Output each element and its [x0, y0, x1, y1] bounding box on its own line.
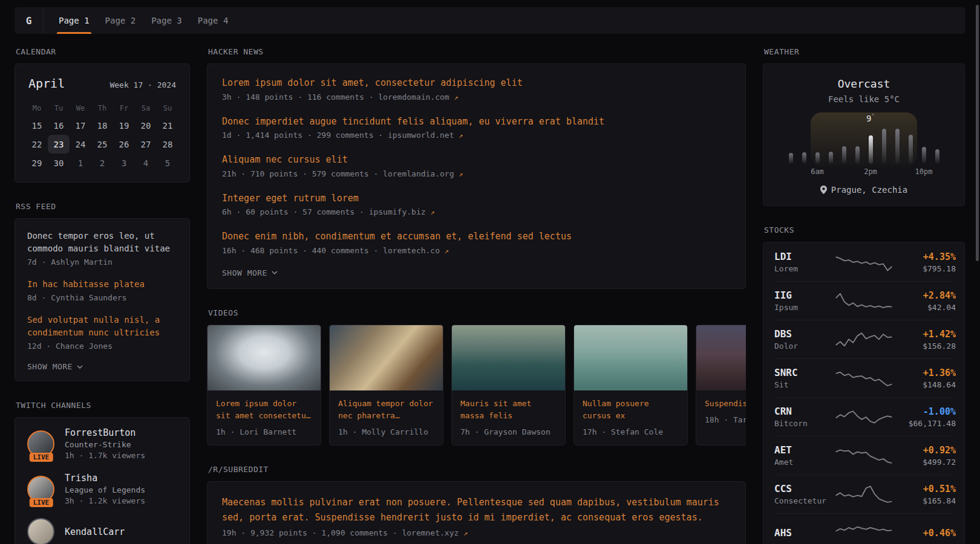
hackernews-show-more-button[interactable]: SHOW MORE [222, 268, 731, 277]
calendar-day[interactable]: 30 [48, 154, 70, 172]
stock-symbol[interactable]: SNRC [774, 367, 835, 378]
rss-item[interactable]: Sed volutpat nulla nisl, a condimentum n… [27, 314, 177, 351]
stock-row[interactable]: SNRCSit+1.36%$148.64 [774, 358, 953, 397]
twitch-channel-name[interactable]: ForrestBurton [65, 427, 145, 438]
hackernews-item-title[interactable]: Integer eget rutrum lorem [222, 192, 731, 206]
stock-symbol[interactable]: AHS [774, 527, 835, 539]
video-thumbnail[interactable] [696, 325, 746, 390]
external-link-icon[interactable]: ↗ [463, 529, 468, 537]
twitch-section: TWITCH CHANNELS LIVEForrestBurtonCounter… [15, 401, 190, 544]
hackernews-item-title[interactable]: Lorem ipsum dolor sit amet, consectetur … [222, 76, 731, 90]
video-title[interactable]: Mauris sit amet massa felis [460, 398, 557, 422]
twitch-channel-name[interactable]: KendallCarr [65, 526, 125, 537]
video-thumbnail[interactable] [207, 325, 321, 390]
hackernews-item[interactable]: Donec enim nibh, condimentum et accumsan… [222, 230, 731, 255]
scrollbar-thumb[interactable] [976, 5, 979, 261]
video-title[interactable]: Nullam posuere cursus ex [583, 398, 679, 422]
hackernews-item[interactable]: Aliquam nec cursus elit21h · 710 points … [222, 153, 731, 178]
hackernews-item[interactable]: Lorem ipsum dolor sit amet, consectetur … [222, 76, 731, 102]
video-thumbnail[interactable] [574, 325, 687, 390]
stock-row[interactable]: CRNBitcorn-1.00%$66,171.48 [774, 397, 953, 436]
video-title[interactable]: Aliquam tempor dolor nec pharetra… [338, 398, 434, 422]
stock-symbol[interactable]: AET [774, 444, 835, 456]
app-logo[interactable]: G [15, 7, 44, 34]
subreddit-post[interactable]: Maecenas mollis pulvinar erat non posuer… [222, 495, 731, 537]
calendar-day[interactable]: 26 [113, 135, 135, 154]
calendar-day[interactable]: 3 [113, 154, 135, 172]
calendar-day[interactable]: 19 [113, 116, 135, 135]
stock-symbol[interactable]: CRN [774, 406, 835, 417]
calendar-day[interactable]: 4 [135, 154, 157, 172]
rss-item[interactable]: In hac habitasse platea8d · Cynthia Saun… [27, 278, 177, 302]
twitch-channel-row[interactable]: KendallCarr [27, 518, 177, 544]
stock-values: +1.36%$148.64 [893, 368, 956, 389]
twitch-channel-row[interactable]: LIVEForrestBurtonCounter-Strike1h · 1.7k… [27, 427, 177, 460]
calendar-day[interactable]: 22 [26, 135, 48, 154]
stock-row[interactable]: AETAmet+0.92%$499.72 [774, 436, 953, 474]
rss-item[interactable]: Donec tempor eros leo, ut commodo mauris… [27, 230, 177, 267]
calendar-day[interactable]: 15 [26, 116, 48, 135]
stock-symbol[interactable]: LDI [774, 251, 835, 262]
nav-tab-page-4[interactable]: Page 4 [190, 7, 237, 34]
stock-values: +2.84%$42.04 [893, 290, 956, 312]
calendar-day[interactable]: 25 [91, 135, 113, 154]
twitch-channel-info: TrishaLeague of Legends3h · 1.2k viewers [65, 473, 145, 505]
calendar-day[interactable]: 2 [91, 154, 113, 172]
stock-row[interactable]: LDILorem+4.35%$795.18 [774, 243, 953, 281]
weather-section-title: WEATHER [764, 47, 965, 56]
calendar-day[interactable]: 28 [157, 135, 178, 154]
calendar-day[interactable]: 20 [135, 116, 157, 135]
rss-item-title[interactable]: Sed volutpat nulla nisl, a condimentum n… [27, 314, 177, 339]
external-link-icon[interactable]: ↗ [445, 247, 449, 255]
calendar-day[interactable]: 16 [48, 116, 70, 135]
rss-item-title[interactable]: In hac habitasse platea [27, 278, 177, 291]
twitch-channel-meta: 1h · 1.7k viewers [65, 451, 145, 460]
video-card[interactable]: Suspendisse diam18h · Tara [696, 325, 746, 445]
hackernews-item-title[interactable]: Donec imperdiet augue tincidunt felis al… [222, 115, 731, 129]
calendar-day[interactable]: 17 [70, 116, 91, 135]
stock-symbol[interactable]: CCS [774, 483, 835, 494]
nav-tab-page-3[interactable]: Page 3 [143, 7, 190, 34]
rss-show-more-button[interactable]: SHOW MORE [27, 362, 177, 371]
external-link-icon[interactable]: ↗ [459, 131, 463, 140]
nav-tab-page-1[interactable]: Page 1 [51, 7, 97, 34]
calendar-day[interactable]: 24 [70, 135, 91, 154]
stock-row[interactable]: IIGIpsum+2.84%$42.04 [774, 281, 953, 320]
nav-tab-page-2[interactable]: Page 2 [97, 7, 144, 34]
stock-row[interactable]: AHS+0.46% [774, 513, 953, 544]
video-card[interactable]: Mauris sit amet massa felis7h · Grayson … [451, 325, 566, 445]
video-thumbnail[interactable] [452, 325, 565, 390]
video-title[interactable]: Lorem ipsum dolor sit amet consectetu… [216, 398, 312, 422]
calendar-day[interactable]: 18 [91, 116, 113, 135]
scrollbar-track[interactable] [975, 0, 979, 544]
hackernews-item-title[interactable]: Aliquam nec cursus elit [222, 153, 731, 167]
stock-symbol[interactable]: DBS [774, 328, 835, 340]
video-card[interactable]: Aliquam tempor dolor nec pharetra…1h · M… [329, 325, 443, 445]
video-thumbnail[interactable] [330, 325, 443, 390]
calendar-day-selected[interactable]: 23 [48, 135, 70, 154]
video-title[interactable]: Suspendisse diam [705, 398, 746, 410]
rss-item-title[interactable]: Donec tempor eros leo, ut commodo mauris… [27, 230, 177, 255]
stock-symbol[interactable]: IIG [774, 290, 835, 301]
external-link-icon[interactable]: ↗ [459, 170, 463, 178]
calendar-day[interactable]: 27 [135, 135, 157, 154]
twitch-channel-row[interactable]: LIVETrishaLeague of Legends3h · 1.2k vie… [27, 473, 177, 505]
stock-identity: CCSConsectetur [774, 483, 835, 505]
hackernews-item[interactable]: Donec imperdiet augue tincidunt felis al… [222, 115, 731, 140]
stock-row[interactable]: CCSConsectetur+0.51%$165.84 [774, 474, 953, 513]
stock-row[interactable]: DBSDolor+1.42%$156.28 [774, 320, 953, 358]
subreddit-post-title[interactable]: Maecenas mollis pulvinar erat non posuer… [222, 495, 731, 526]
calendar-day[interactable]: 5 [157, 154, 178, 172]
calendar-day[interactable]: 1 [70, 154, 91, 172]
calendar-day[interactable]: 21 [157, 116, 178, 135]
twitch-channel-name[interactable]: Trisha [65, 473, 145, 484]
external-link-icon[interactable]: ↗ [430, 208, 434, 216]
hackernews-item[interactable]: Integer eget rutrum lorem6h · 60 points … [222, 192, 731, 217]
external-link-icon[interactable]: ↗ [454, 93, 459, 102]
hackernews-item-meta: 16h · 468 points · 440 comments · loremt… [222, 246, 731, 255]
hackernews-item-title[interactable]: Donec enim nibh, condimentum et accumsan… [222, 230, 731, 244]
calendar-day[interactable]: 29 [26, 154, 48, 172]
twitch-channel-meta: 3h · 1.2k viewers [65, 496, 145, 505]
video-card[interactable]: Lorem ipsum dolor sit amet consectetu…1h… [207, 325, 321, 445]
video-card[interactable]: Nullam posuere cursus ex17h · Stefan Col… [573, 325, 688, 445]
